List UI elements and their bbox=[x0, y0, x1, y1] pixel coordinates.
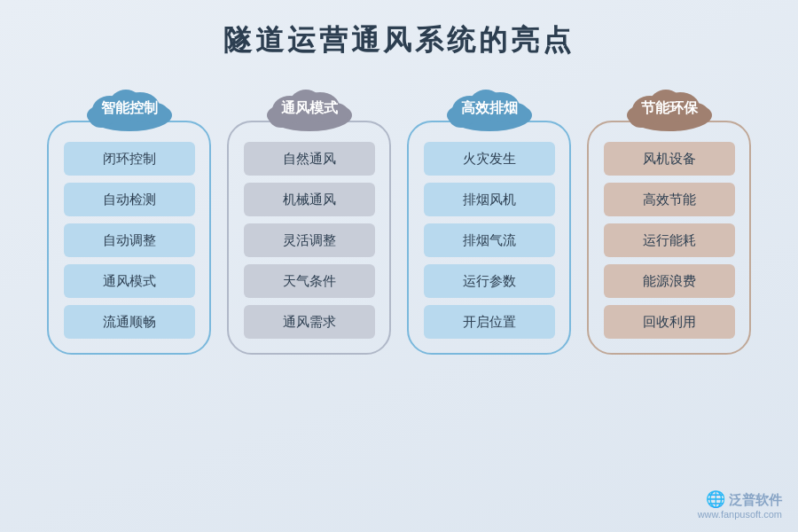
list-item: 通风需求 bbox=[244, 305, 375, 339]
badge-label-col-blue2: 高效排烟 bbox=[461, 99, 518, 118]
watermark-logo: 🌐 泛普软件 bbox=[698, 489, 782, 509]
list-item: 开启位置 bbox=[424, 305, 555, 339]
cloud-badge-col-blue: 智能控制 bbox=[76, 85, 183, 131]
list-item: 火灾发生 bbox=[424, 142, 555, 176]
list-item: 通风模式 bbox=[64, 264, 195, 298]
cloud-badge-col-blue2: 高效排烟 bbox=[436, 85, 543, 131]
list-item: 高效节能 bbox=[604, 183, 735, 216]
column-card-col-blue2: 火灾发生排烟风机排烟气流运行参数开启位置 bbox=[407, 121, 571, 355]
list-item: 能源浪费 bbox=[604, 264, 735, 298]
watermark-url: www.fanpusoft.com bbox=[698, 509, 782, 520]
badge-label-col-blue: 智能控制 bbox=[101, 99, 158, 118]
list-item: 运行能耗 bbox=[604, 223, 735, 257]
list-item: 自动调整 bbox=[64, 223, 195, 257]
list-item: 自动检测 bbox=[64, 183, 195, 216]
list-item: 排烟风机 bbox=[424, 183, 555, 216]
page-background: 隧道运营通风系统的亮点 智能控制 闭环控制自动检测自动调整通风模式流通顺畅 通风… bbox=[0, 0, 798, 532]
column-col-blue: 智能控制 闭环控制自动检测自动调整通风模式流通顺畅 bbox=[47, 85, 211, 355]
page-title: 隧道运营通风系统的亮点 bbox=[0, 0, 798, 60]
columns-container: 智能控制 闭环控制自动检测自动调整通风模式流通顺畅 通风模式 自然通风机械通风灵… bbox=[0, 60, 798, 355]
cloud-badge-col-gray: 通风模式 bbox=[256, 85, 363, 131]
badge-label-col-brown: 节能环保 bbox=[641, 99, 698, 118]
list-item: 灵活调整 bbox=[244, 223, 375, 257]
column-col-blue2: 高效排烟 火灾发生排烟风机排烟气流运行参数开启位置 bbox=[407, 85, 571, 355]
list-item: 运行参数 bbox=[424, 264, 555, 298]
column-card-col-gray: 自然通风机械通风灵活调整天气条件通风需求 bbox=[227, 121, 391, 355]
list-item: 风机设备 bbox=[604, 142, 735, 176]
cloud-badge-col-brown: 节能环保 bbox=[616, 85, 723, 131]
column-card-col-brown: 风机设备高效节能运行能耗能源浪费回收利用 bbox=[587, 121, 751, 355]
badge-label-col-gray: 通风模式 bbox=[281, 99, 338, 118]
list-item: 天气条件 bbox=[244, 264, 375, 298]
list-item: 回收利用 bbox=[604, 305, 735, 339]
column-col-brown: 节能环保 风机设备高效节能运行能耗能源浪费回收利用 bbox=[587, 85, 751, 355]
list-item: 自然通风 bbox=[244, 142, 375, 176]
watermark: 🌐 泛普软件 www.fanpusoft.com bbox=[698, 489, 782, 520]
list-item: 排烟气流 bbox=[424, 223, 555, 257]
list-item: 流通顺畅 bbox=[64, 305, 195, 339]
list-item: 闭环控制 bbox=[64, 142, 195, 176]
list-item: 机械通风 bbox=[244, 183, 375, 216]
column-col-gray: 通风模式 自然通风机械通风灵活调整天气条件通风需求 bbox=[227, 85, 391, 355]
column-card-col-blue: 闭环控制自动检测自动调整通风模式流通顺畅 bbox=[47, 121, 211, 355]
